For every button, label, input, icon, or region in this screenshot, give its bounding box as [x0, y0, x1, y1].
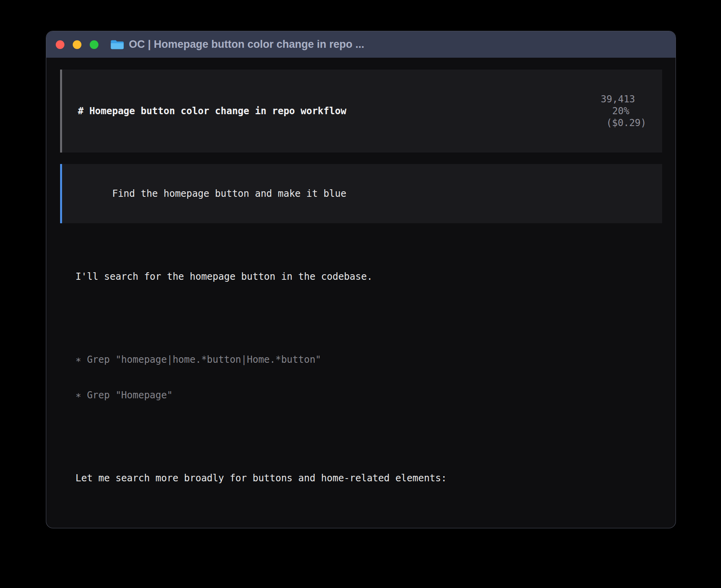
title-group: OC | Homepage button color change in rep… — [110, 38, 364, 51]
window-titlebar[interactable]: OC | Homepage button color change in rep… — [46, 31, 676, 58]
tool-call-grep: ∗ Grep "Homepage" — [75, 389, 662, 401]
terminal-content: # Homepage button color change in repo w… — [46, 58, 676, 528]
window-title: OC | Homepage button color change in rep… — [129, 38, 364, 51]
context-percent: 20% — [612, 106, 629, 117]
tool-call-grep: ∗ Grep "homepage|home.*button|Home.*butt… — [75, 354, 662, 366]
assistant-message: I'll search for the homepage button in t… — [75, 271, 662, 283]
session-cost: ($0.29) — [606, 117, 646, 128]
folder-icon — [110, 39, 124, 50]
zoom-button[interactable] — [90, 40, 98, 49]
assistant-message: Let me search more broadly for buttons a… — [75, 472, 662, 484]
traffic-lights — [56, 40, 98, 49]
terminal-window: OC | Homepage button color change in rep… — [46, 31, 676, 528]
minimize-button[interactable] — [73, 40, 81, 49]
session-stats: 39,413 20% ($0.29) — [555, 81, 646, 141]
user-message-text: Find the homepage button and make it blu… — [112, 188, 346, 199]
close-button[interactable] — [56, 40, 64, 49]
user-message: Find the homepage button and make it blu… — [60, 164, 662, 223]
assistant-transcript: I'll search for the homepage button in t… — [75, 235, 662, 528]
session-title: # Homepage button color change in repo w… — [78, 105, 346, 117]
token-count: 39,413 — [601, 94, 635, 105]
session-header: # Homepage button color change in repo w… — [60, 70, 662, 153]
tool-call-group: ∗ Grep "homepage|home.*button|Home.*butt… — [75, 330, 662, 425]
